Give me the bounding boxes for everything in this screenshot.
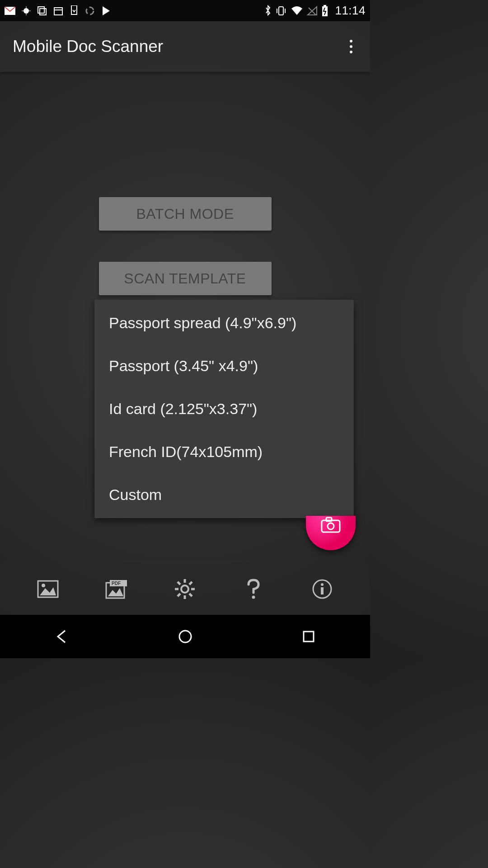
svg-point-21 xyxy=(350,45,352,48)
svg-rect-24 xyxy=(326,518,332,521)
svg-rect-10 xyxy=(71,5,77,14)
overflow-menu-button[interactable] xyxy=(342,38,360,56)
svg-line-41 xyxy=(189,582,192,585)
play-store-icon xyxy=(101,5,111,16)
svg-rect-8 xyxy=(54,8,62,15)
nav-recent-button[interactable] xyxy=(298,626,319,647)
pdf-icon: PDF xyxy=(105,579,128,599)
dropdown-item-custom[interactable]: Custom xyxy=(94,473,354,516)
svg-point-20 xyxy=(350,40,352,42)
svg-marker-27 xyxy=(40,587,56,595)
scan-template-label: SCAN TEMPLATE xyxy=(124,270,246,287)
nav-home-button[interactable] xyxy=(174,626,196,647)
svg-rect-13 xyxy=(279,7,283,15)
stack-icon xyxy=(37,6,47,16)
more-vert-icon xyxy=(349,39,353,54)
gallery-button[interactable] xyxy=(33,575,62,604)
nav-back-button[interactable] xyxy=(51,626,73,647)
svg-point-1 xyxy=(23,8,29,14)
svg-point-33 xyxy=(181,585,188,593)
svg-point-44 xyxy=(321,583,324,586)
dropdown-item-label: French ID(74x105mm) xyxy=(109,443,263,461)
vibrate-icon xyxy=(275,5,287,17)
svg-line-40 xyxy=(178,594,180,596)
app-title: Mobile Doc Scanner xyxy=(13,37,163,56)
dropdown-item-label: Passport (3.45" x4.9") xyxy=(109,357,258,375)
svg-rect-45 xyxy=(321,587,324,594)
bluetooth-icon xyxy=(264,5,272,17)
download-icon xyxy=(70,5,79,16)
svg-text:PDF: PDF xyxy=(112,581,121,586)
bug-icon xyxy=(22,6,31,15)
svg-line-38 xyxy=(178,582,180,585)
calendar-icon xyxy=(53,6,63,16)
dropdown-item-id-card[interactable]: Id card (2.125"x3.37") xyxy=(94,387,354,430)
dropdown-item-passport[interactable]: Passport (3.45" x4.9") xyxy=(94,344,354,387)
wifi-icon xyxy=(291,6,303,16)
info-icon xyxy=(312,579,333,599)
svg-point-28 xyxy=(42,584,45,587)
svg-rect-47 xyxy=(304,632,314,642)
question-icon xyxy=(246,578,261,600)
help-button[interactable] xyxy=(239,575,268,604)
svg-point-42 xyxy=(252,596,255,599)
svg-rect-19 xyxy=(324,5,326,6)
back-icon xyxy=(54,629,70,644)
svg-marker-32 xyxy=(108,588,123,596)
settings-button[interactable] xyxy=(170,575,199,604)
status-clock: 11:14 xyxy=(335,4,366,18)
home-icon xyxy=(178,629,193,644)
image-icon xyxy=(37,580,59,598)
spinner-icon xyxy=(85,6,95,16)
scan-template-dropdown: Passport spread (4.9"x6.9") Passport (3.… xyxy=(94,300,354,518)
no-signal-icon xyxy=(307,6,318,16)
pdf-button[interactable]: PDF xyxy=(102,575,131,604)
status-right: 11:14 xyxy=(264,4,366,18)
camera-icon xyxy=(321,517,341,533)
svg-line-39 xyxy=(189,594,192,596)
status-left xyxy=(5,5,111,16)
app-bar: Mobile Doc Scanner xyxy=(0,21,370,72)
batch-mode-button[interactable]: BATCH MODE xyxy=(99,197,272,231)
dropdown-item-french-id[interactable]: French ID(74x105mm) xyxy=(94,430,354,473)
svg-rect-23 xyxy=(322,520,340,532)
system-nav-bar xyxy=(0,615,370,658)
svg-rect-6 xyxy=(38,7,44,13)
status-bar: 11:14 xyxy=(0,0,370,21)
info-button[interactable] xyxy=(308,575,337,604)
main-area: BATCH MODE SCAN TEMPLATE Passport spread… xyxy=(0,72,370,563)
svg-point-46 xyxy=(179,631,191,642)
camera-fab[interactable] xyxy=(306,516,356,550)
svg-rect-7 xyxy=(40,9,46,15)
recent-apps-icon xyxy=(302,630,315,643)
dropdown-item-label: Passport spread (4.9"x6.9") xyxy=(109,314,296,332)
svg-point-11 xyxy=(86,7,94,14)
svg-point-25 xyxy=(328,523,334,529)
gear-icon xyxy=(174,578,196,600)
scan-template-button[interactable]: SCAN TEMPLATE xyxy=(99,262,272,295)
bottom-action-bar: PDF xyxy=(0,563,370,615)
battery-charging-icon xyxy=(321,5,328,17)
gmail-icon xyxy=(5,7,15,15)
dropdown-item-passport-spread[interactable]: Passport spread (4.9"x6.9") xyxy=(94,302,354,344)
batch-mode-label: BATCH MODE xyxy=(136,206,234,222)
dropdown-item-label: Id card (2.125"x3.37") xyxy=(109,400,257,418)
svg-marker-12 xyxy=(103,6,110,15)
svg-point-22 xyxy=(350,51,352,53)
dropdown-item-label: Custom xyxy=(109,486,162,504)
